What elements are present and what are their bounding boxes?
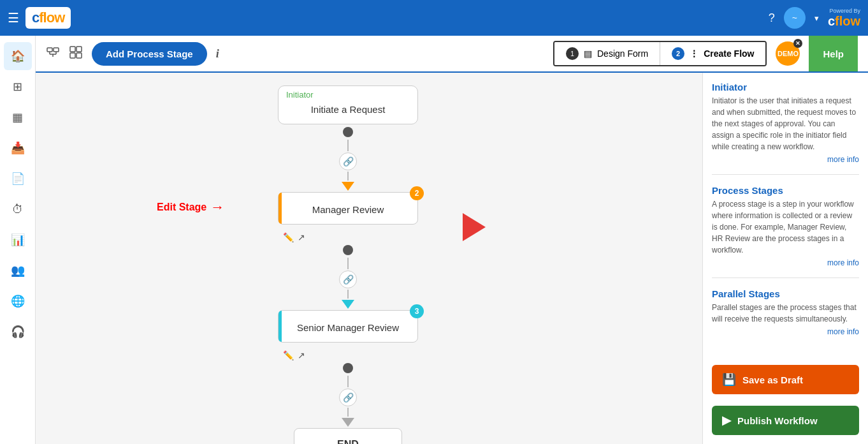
svg-rect-0 bbox=[47, 48, 52, 52]
publish-label: Publish Workflow bbox=[737, 415, 818, 426]
tab-create-flow[interactable]: 2 ⋮ Create Flow bbox=[660, 42, 765, 65]
stage3-edit-pencil-icon[interactable]: ✏️ bbox=[283, 350, 294, 360]
divider-1 bbox=[712, 174, 859, 175]
initiator-stage[interactable]: Initiator Initiate a Request bbox=[278, 85, 418, 124]
link-icon-3[interactable]: 🔗 bbox=[339, 389, 357, 406]
panel-section-process-stages: Process Stages A process stage is a step… bbox=[712, 185, 859, 267]
user-avatar[interactable]: ~ bbox=[784, 7, 806, 29]
line-1 bbox=[347, 140, 349, 151]
senior-manager-stage[interactable]: 3 Senior Manager Review bbox=[278, 310, 418, 343]
edit-stage-arrow: → bbox=[210, 199, 224, 216]
panel-section-parallel-stages: Parallel Stages Parallel stages are the … bbox=[712, 288, 859, 336]
toolbar-icon-btn-2[interactable] bbox=[69, 45, 83, 63]
svg-rect-9 bbox=[76, 53, 82, 58]
brand-area: Powered By cflow bbox=[828, 8, 860, 29]
sidebar-item-inbox[interactable]: 📥 bbox=[4, 134, 32, 162]
sidebar-item-report[interactable]: 📊 bbox=[4, 226, 32, 254]
panel-section-initiator: Initiator Initiator is the user that ini… bbox=[712, 82, 859, 164]
play-button[interactable] bbox=[463, 213, 486, 241]
sidebar-item-grid[interactable]: ⊞ bbox=[4, 73, 32, 101]
panel-spacer bbox=[712, 343, 859, 359]
toolbar: Add Process Stage i 1 ▤ Design Form 2 ⋮ … bbox=[36, 36, 868, 73]
arrow-down-1 bbox=[342, 182, 354, 191]
line-3 bbox=[347, 258, 349, 269]
add-process-stage-button[interactable]: Add Process Stage bbox=[92, 42, 207, 66]
panel-initiator-text: Initiator is the user that initiates a r… bbox=[712, 95, 859, 152]
stage3-num: 3 bbox=[410, 304, 424, 318]
connector-2: 🔗 bbox=[339, 242, 357, 310]
arrow-down-3 bbox=[342, 418, 354, 427]
menu-icon[interactable]: ☰ bbox=[8, 10, 19, 26]
stage3-edit-icons: ✏️ ↗ bbox=[283, 350, 305, 360]
flow-container: Initiator Initiate a Request 🔗 2 bbox=[278, 85, 418, 444]
info-icon: i bbox=[216, 47, 219, 61]
initiator-label: Initiator bbox=[286, 90, 314, 100]
panel-process-text: A process stage is a step in your workfl… bbox=[712, 198, 859, 256]
flow-canvas[interactable]: Initiator Initiate a Request 🔗 2 bbox=[36, 73, 702, 444]
sidebar-item-globe[interactable]: 🌐 bbox=[4, 287, 32, 315]
line-2 bbox=[347, 172, 349, 181]
toolbar-icon-btn-1[interactable] bbox=[46, 45, 60, 63]
demo-close-button[interactable]: ✕ bbox=[793, 39, 802, 48]
initiator-more-info-link[interactable]: more info bbox=[712, 155, 859, 164]
tab-design-icon: ▤ bbox=[584, 48, 592, 59]
publish-workflow-button[interactable]: ▶ Publish Workflow bbox=[712, 406, 859, 435]
stage2-title: Manager Review bbox=[289, 204, 407, 215]
link-icon-2[interactable]: 🔗 bbox=[339, 270, 357, 288]
tab-num-1: 1 bbox=[566, 47, 579, 60]
svg-rect-6 bbox=[70, 47, 75, 52]
app-logo[interactable]: cflow bbox=[25, 7, 71, 29]
sidebar-item-home[interactable]: 🏠 bbox=[4, 42, 32, 70]
stage2-edit-icons: ✏️ ↗ bbox=[283, 232, 305, 242]
edit-share-icon[interactable]: ↗ bbox=[298, 232, 305, 242]
panel-initiator-title: Initiator bbox=[712, 82, 859, 93]
help-circle-icon[interactable]: ? bbox=[769, 11, 775, 25]
svg-rect-7 bbox=[76, 47, 82, 52]
save-draft-icon: 💾 bbox=[722, 373, 736, 387]
link-icon-1[interactable]: 🔗 bbox=[339, 152, 357, 170]
stage3-edit-share-icon[interactable]: ↗ bbox=[298, 350, 305, 360]
panel-parallel-text: Parallel stages are the process stages t… bbox=[712, 302, 859, 325]
edit-stage-annotation: Edit Stage → bbox=[157, 199, 224, 216]
line-6 bbox=[347, 408, 349, 417]
edit-pencil-icon[interactable]: ✏️ bbox=[283, 232, 294, 242]
divider-2 bbox=[712, 278, 859, 278]
tab-group: 1 ▤ Design Form 2 ⋮ Create Flow bbox=[553, 41, 767, 66]
topbar: ☰ cflow ? ~ ▾ Powered By cflow bbox=[0, 0, 868, 36]
demo-badge: DEMO ✕ bbox=[776, 41, 800, 66]
sidebar-item-users[interactable]: 👥 bbox=[4, 256, 32, 285]
manager-review-stage[interactable]: 2 Manager Review bbox=[278, 192, 418, 225]
stage3-title: Senior Manager Review bbox=[289, 322, 407, 333]
tab-design-form[interactable]: 1 ▤ Design Form bbox=[554, 42, 660, 65]
body-area: Initiator Initiate a Request 🔗 2 bbox=[36, 73, 868, 444]
panel-parallel-title: Parallel Stages bbox=[712, 288, 859, 299]
main-area: Add Process Stage i 1 ▤ Design Form 2 ⋮ … bbox=[36, 36, 868, 444]
edit-stage-text: Edit Stage bbox=[157, 202, 206, 213]
line-5 bbox=[347, 376, 349, 387]
avatar-dropdown-icon[interactable]: ▾ bbox=[814, 13, 819, 23]
stage2-num: 2 bbox=[410, 186, 424, 200]
help-button[interactable]: Help bbox=[809, 36, 858, 71]
right-panel: Initiator Initiator is the user that ini… bbox=[702, 73, 868, 444]
save-as-draft-button[interactable]: 💾 Save as Draft bbox=[712, 365, 859, 394]
process-more-info-link[interactable]: more info bbox=[712, 258, 859, 267]
arrow-down-2 bbox=[342, 300, 354, 309]
sidebar-item-calendar[interactable]: ▦ bbox=[4, 103, 32, 131]
publish-icon: ▶ bbox=[722, 413, 731, 427]
sidebar-item-headphones[interactable]: 🎧 bbox=[4, 318, 32, 346]
parallel-more-info-link[interactable]: more info bbox=[712, 327, 859, 336]
save-draft-label: Save as Draft bbox=[742, 374, 803, 385]
tab-create-icon: ⋮ bbox=[690, 48, 698, 59]
end-stage: END bbox=[294, 428, 402, 444]
line-4 bbox=[347, 290, 349, 299]
sidebar-item-clock[interactable]: ⏱ bbox=[4, 195, 32, 223]
stage2-wrapper: 2 Manager Review ✏️ ↗ bbox=[278, 192, 418, 225]
connector-3: 🔗 bbox=[339, 360, 357, 428]
panel-process-title: Process Stages bbox=[712, 185, 859, 196]
svg-rect-8 bbox=[70, 53, 75, 58]
brand-name: cflow bbox=[828, 14, 860, 29]
tab-design-label: Design Form bbox=[597, 48, 648, 59]
tab-num-2: 2 bbox=[672, 47, 684, 60]
tab-create-label: Create Flow bbox=[704, 48, 754, 59]
sidebar-item-document[interactable]: 📄 bbox=[4, 165, 32, 193]
